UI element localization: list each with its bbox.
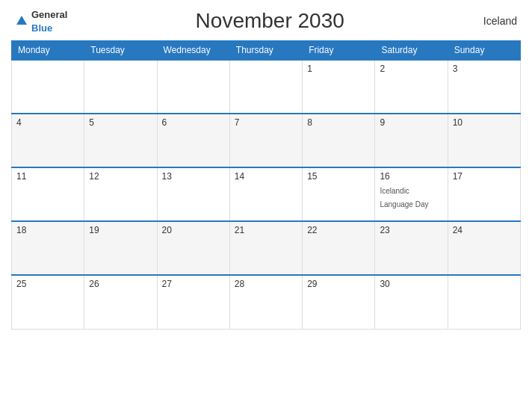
day-number: 24	[453, 225, 516, 235]
calendar-cell: 7	[229, 114, 302, 167]
day-number: 9	[380, 117, 442, 128]
logo-general: General	[31, 9, 67, 20]
week-row-3: 111213141516Icelandic Language Day17	[12, 167, 521, 221]
calendar-cell: 16Icelandic Language Day	[375, 167, 448, 221]
calendar-cell: 17	[448, 167, 520, 221]
calendar-cell: 2	[375, 60, 448, 114]
calendar-cell: 19	[84, 221, 157, 275]
calendar-cell	[84, 60, 157, 114]
calendar-cell: 10	[448, 114, 520, 167]
logo: General Blue	[15, 7, 67, 34]
day-number: 4	[16, 117, 79, 128]
day-number: 21	[235, 225, 297, 235]
calendar-cell: 21	[229, 221, 302, 275]
calendar-cell: 22	[303, 221, 375, 275]
day-number: 22	[307, 225, 370, 235]
logo-text: General Blue	[31, 7, 67, 34]
day-number: 3	[453, 64, 516, 74]
calendar-cell: 23	[375, 221, 448, 275]
calendar-cell: 27	[157, 275, 229, 329]
calendar-cell: 25	[12, 275, 84, 329]
day-number: 28	[235, 279, 297, 289]
day-number: 16	[380, 171, 442, 182]
calendar-cell: 12	[84, 167, 157, 221]
calendar-cell: 11	[12, 167, 84, 221]
calendar-cell: 4	[12, 114, 84, 167]
header: General Blue November 2030 Iceland	[11, 7, 521, 34]
day-number: 20	[162, 225, 225, 235]
calendar-cell: 9	[375, 114, 448, 167]
day-number: 18	[16, 225, 79, 235]
day-number: 5	[89, 117, 152, 128]
header-thursday: Thursday	[229, 41, 302, 61]
logo-blue: Blue	[31, 22, 52, 34]
calendar-cell: 3	[448, 60, 520, 114]
calendar-cell: 6	[157, 114, 229, 167]
day-number: 12	[89, 171, 152, 182]
calendar-cell: 26	[84, 275, 157, 329]
header-tuesday: Tuesday	[84, 41, 157, 61]
day-number: 23	[380, 225, 442, 235]
day-number: 6	[162, 117, 225, 128]
day-number: 8	[307, 117, 370, 128]
calendar-cell: 8	[303, 114, 375, 167]
days-header-row: Monday Tuesday Wednesday Thursday Friday…	[12, 41, 521, 61]
day-number: 14	[235, 171, 297, 182]
header-friday: Friday	[303, 41, 375, 61]
svg-marker-0	[16, 16, 27, 25]
week-row-5: 252627282930	[12, 275, 521, 329]
calendar-page: General Blue November 2030 Iceland Monda…	[0, 0, 532, 411]
calendar-cell: 20	[157, 221, 229, 275]
calendar-cell: 13	[157, 167, 229, 221]
day-number: 26	[89, 279, 152, 289]
day-number: 17	[453, 171, 516, 182]
day-number: 27	[162, 279, 225, 289]
calendar-title: November 2030	[67, 9, 472, 33]
calendar-cell: 30	[375, 275, 448, 329]
calendar-cell: 15	[303, 167, 375, 221]
calendar-cell: 18	[12, 221, 84, 275]
day-number: 10	[453, 117, 516, 128]
header-wednesday: Wednesday	[157, 41, 229, 61]
day-number: 15	[307, 171, 370, 182]
day-number: 25	[16, 279, 79, 289]
day-number: 19	[89, 225, 152, 235]
calendar-table: Monday Tuesday Wednesday Thursday Friday…	[11, 40, 521, 330]
calendar-cell: 24	[448, 221, 520, 275]
week-row-2: 45678910	[12, 114, 521, 167]
day-number: 29	[307, 279, 370, 289]
day-number: 7	[235, 117, 297, 128]
day-number: 30	[380, 279, 442, 289]
week-row-1: 123	[12, 60, 521, 114]
calendar-cell	[12, 60, 84, 114]
logo-icon	[15, 14, 28, 28]
calendar-cell	[229, 60, 302, 114]
header-saturday: Saturday	[375, 41, 448, 61]
calendar-cell: 28	[229, 275, 302, 329]
calendar-cell	[157, 60, 229, 114]
country-label: Iceland	[472, 15, 517, 27]
calendar-cell: 14	[229, 167, 302, 221]
calendar-cell: 29	[303, 275, 375, 329]
calendar-cell: 5	[84, 114, 157, 167]
day-number: 1	[307, 64, 370, 74]
header-sunday: Sunday	[448, 41, 520, 61]
calendar-cell	[448, 275, 520, 329]
day-number: 2	[380, 64, 442, 74]
header-monday: Monday	[12, 41, 84, 61]
calendar-cell: 1	[303, 60, 375, 114]
event-label: Icelandic Language Day	[380, 187, 428, 208]
day-number: 13	[162, 171, 225, 182]
week-row-4: 18192021222324	[12, 221, 521, 275]
day-number: 11	[16, 171, 79, 182]
